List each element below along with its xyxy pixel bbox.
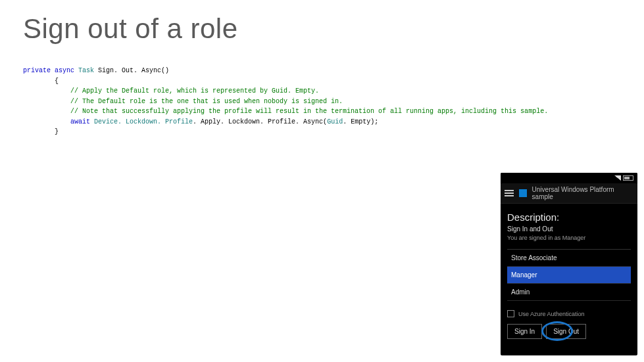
role-list: Store Associate Manager Admin	[507, 249, 631, 301]
method-name: Sign. Out. Async()	[98, 67, 169, 74]
sign-in-button[interactable]: Sign In	[507, 324, 542, 339]
type-devicelockdownprofile: Device. Lockdown. Profile	[94, 118, 193, 125]
role-item-admin[interactable]: Admin	[507, 284, 631, 301]
signal-icon	[614, 175, 621, 181]
brace-open: {	[23, 78, 59, 85]
description-label: Description:	[507, 212, 631, 223]
brace-close: }	[23, 128, 59, 135]
type-task: Task	[78, 67, 94, 74]
button-row: Sign In Sign Out	[507, 324, 631, 339]
signed-in-status: You are signed in as Manager	[507, 235, 631, 241]
use-azure-label: Use Azure Authentication	[518, 311, 585, 317]
slide-title: Sign out of a role	[23, 13, 238, 45]
code-tail: . Empty);	[343, 118, 378, 125]
phone-screenshot: Universal Windows Platform sample Descri…	[501, 173, 637, 355]
role-item-manager[interactable]: Manager	[507, 267, 631, 284]
phone-body: Description: Sign In and Out You are sig…	[501, 204, 637, 339]
code-block: private async Task Sign. Out. Async() { …	[23, 66, 548, 137]
comment-line-1: // Apply the Default role, which is repr…	[23, 87, 319, 95]
app-title: Universal Windows Platform sample	[532, 186, 633, 200]
battery-icon	[623, 175, 633, 181]
role-item-store-associate[interactable]: Store Associate	[507, 250, 631, 267]
use-azure-row[interactable]: Use Azure Authentication	[507, 310, 631, 317]
phone-status-bar	[501, 173, 637, 183]
app-bar: Universal Windows Platform sample	[501, 183, 637, 204]
comment-line-2: // The Default role is the one that is u…	[23, 98, 343, 105]
scenario-title: Sign In and Out	[507, 225, 631, 233]
sign-out-button[interactable]: Sign Out	[546, 324, 586, 339]
keyword-await: await	[70, 118, 90, 125]
hamburger-icon[interactable]	[505, 190, 514, 196]
keyword-async: async	[55, 67, 74, 74]
comment-line-3: // Note that successfully applying the p…	[23, 108, 548, 115]
code-mid: . Apply. Lockdown. Profile. Async(	[193, 118, 327, 125]
slide: Sign out of a role private async Task Si…	[0, 0, 644, 362]
windows-icon	[519, 189, 527, 197]
checkbox-icon[interactable]	[507, 310, 514, 317]
type-guid: Guid	[327, 118, 343, 125]
keyword-private: private	[23, 67, 51, 74]
